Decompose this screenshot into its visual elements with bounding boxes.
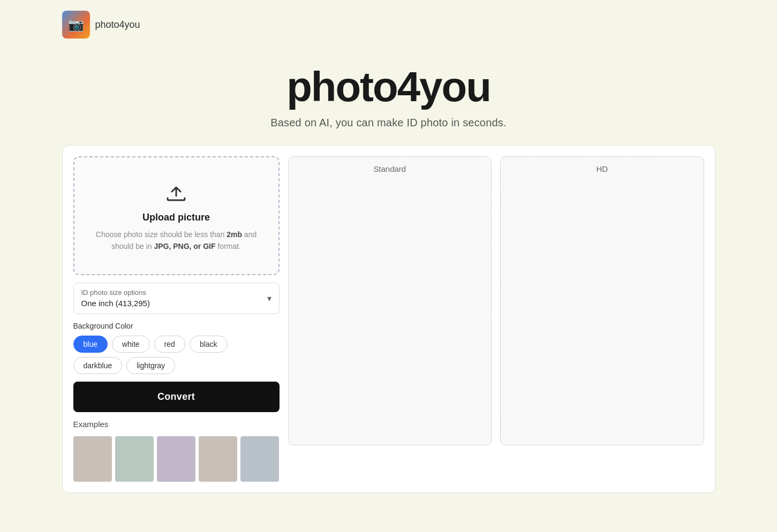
hd-label: HD — [596, 157, 608, 179]
example-thumb-3 — [157, 436, 195, 482]
convert-button[interactable]: Convert — [73, 382, 280, 412]
hero-subtitle: Based on AI, you can make ID photo in se… — [62, 117, 715, 129]
size-select-wrapper: ID photo size options One inch (413,295)… — [73, 283, 280, 314]
color-btn-darkblue[interactable]: darkblue — [73, 357, 123, 374]
example-thumb-1 — [73, 436, 112, 482]
hd-preview-panel: HD — [500, 156, 704, 445]
bg-color-section: Background Color blue white red black da… — [73, 322, 280, 374]
upload-desc-part1: Choose photo size should be less than — [96, 230, 227, 239]
left-panel: Upload picture Choose photo size should … — [73, 156, 280, 482]
color-btn-lightgray[interactable]: lightgray — [126, 357, 175, 374]
example-thumb-2 — [115, 436, 154, 482]
standard-preview-panel: Standard — [288, 156, 492, 445]
upload-title: Upload picture — [85, 212, 268, 223]
examples-row — [73, 436, 280, 482]
upload-icon — [163, 179, 189, 204]
site-name: photo4you — [95, 19, 140, 31]
upload-bold2: JPG, PNG, or GIF — [154, 242, 215, 250]
page-wrapper: photo4you photo4you Based on AI, you can… — [46, 0, 731, 504]
upload-bold1: 2mb — [227, 230, 242, 239]
hero-title: photo4you — [62, 65, 715, 109]
example-thumb-4 — [199, 436, 237, 482]
color-buttons-row: blue white red black darkblue lightgray — [73, 336, 280, 374]
header: photo4you — [62, 11, 715, 39]
standard-label: Standard — [373, 157, 406, 179]
upload-area[interactable]: Upload picture Choose photo size should … — [73, 156, 280, 275]
hero-section: photo4you Based on AI, you can make ID p… — [62, 55, 715, 145]
examples-label: Examples — [73, 420, 280, 429]
logo-icon — [62, 11, 90, 39]
right-panels: Standard HD — [288, 156, 704, 445]
size-select[interactable]: One inch (413,295) Two inch (626,413) Sm… — [81, 299, 271, 308]
color-btn-blue[interactable]: blue — [73, 336, 108, 353]
upload-desc: Choose photo size should be less than 2m… — [85, 229, 268, 253]
bg-color-label: Background Color — [73, 322, 280, 330]
size-label: ID photo size options — [81, 288, 271, 297]
main-content: Upload picture Choose photo size should … — [62, 145, 715, 493]
color-btn-black[interactable]: black — [190, 336, 228, 353]
color-btn-white[interactable]: white — [112, 336, 150, 353]
example-thumb-5 — [240, 436, 279, 482]
color-btn-red[interactable]: red — [154, 336, 185, 353]
upload-desc-part3: format. — [216, 242, 241, 250]
